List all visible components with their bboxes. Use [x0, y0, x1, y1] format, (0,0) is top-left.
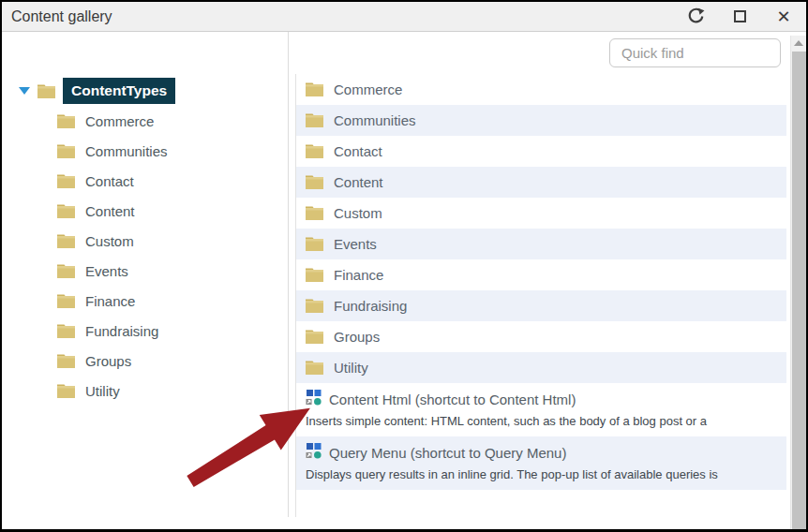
folder-icon: [306, 268, 323, 282]
list-row-label: Content: [334, 174, 383, 190]
folder-icon-slot: [306, 237, 323, 251]
content-gallery-dialog: Content gallery ✕: [0, 0, 808, 532]
component-title: Query Menu (shortcut to Query Menu): [329, 445, 566, 461]
folder-icon-slot: [57, 324, 75, 338]
vertical-scrollbar[interactable]: [790, 36, 806, 529]
folder-icon-slot: [306, 113, 323, 127]
component-shortcut-icon: [306, 390, 322, 406]
folder-icon-slot: [57, 234, 75, 248]
list-row-label: Communities: [334, 112, 416, 128]
refresh-button[interactable]: [686, 7, 705, 26]
quick-find-input[interactable]: [609, 38, 781, 67]
component-icon-slot: [306, 443, 322, 462]
folder-icon: [57, 144, 75, 158]
close-button[interactable]: ✕: [774, 7, 793, 26]
tree-item-label: Content: [85, 203, 135, 219]
tree-item[interactable]: Groups: [57, 346, 288, 376]
list-row-folder[interactable]: Communities: [296, 105, 786, 136]
list-row-label: Finance: [334, 267, 383, 283]
folder-icon-slot: [57, 264, 75, 278]
titlebar-buttons: ✕: [686, 7, 793, 26]
folder-icon: [57, 234, 75, 248]
list-row-label: Groups: [334, 329, 380, 345]
list-row-label: Events: [334, 236, 377, 252]
expand-triangle-icon[interactable]: [19, 87, 30, 95]
component-item-query-menu[interactable]: Query Menu (shortcut to Query Menu) Disp…: [296, 436, 786, 490]
tree-item-label: Contact: [85, 173, 134, 189]
folder-icon-slot: [306, 206, 323, 220]
tree-item-label: Custom: [85, 233, 134, 249]
component-shortcut-icon: [306, 443, 322, 459]
folder-icon-slot: [57, 144, 75, 158]
folder-icon: [57, 324, 75, 338]
folder-icon: [306, 175, 323, 189]
folder-icon: [306, 206, 323, 220]
folder-icon-slot: [57, 204, 75, 218]
component-icon-slot: [306, 390, 322, 408]
list-folder-rows: Commerce Communities Contact Content Cus…: [296, 74, 786, 383]
tree-item[interactable]: Contact: [57, 166, 288, 196]
folder-icon: [306, 82, 323, 96]
folder-icon-slot: [37, 84, 55, 98]
tree-item-label: Communities: [85, 143, 168, 159]
folder-icon: [57, 294, 75, 308]
folder-icon-slot: [306, 82, 323, 96]
folder-icon: [306, 144, 323, 158]
tree-item-label: Events: [85, 263, 128, 279]
scroll-up-icon: [794, 40, 803, 46]
tree-root-item[interactable]: ContentTypes: [19, 76, 288, 106]
folder-icon-slot: [306, 299, 323, 313]
list-panel: Commerce Communities Contact Content Cus…: [295, 74, 786, 517]
folder-icon: [57, 384, 75, 398]
list-row-folder[interactable]: Content: [296, 167, 786, 198]
folder-icon: [306, 330, 323, 344]
component-description: Displays query results in an inline grid…: [306, 467, 777, 481]
component-title-row: Query Menu (shortcut to Query Menu): [306, 443, 777, 462]
tree-item[interactable]: Finance: [57, 286, 288, 316]
scrollbar-thumb[interactable]: [792, 52, 806, 529]
component-title: Content Html (shortcut to Content Html): [329, 392, 576, 407]
tree-item[interactable]: Communities: [57, 136, 288, 166]
tree-item-label: Finance: [85, 293, 135, 309]
tree-item[interactable]: Events: [57, 256, 288, 286]
list-row-label: Fundraising: [334, 298, 407, 314]
maximize-icon: [734, 10, 746, 22]
list-row-folder[interactable]: Utility: [296, 352, 786, 383]
list-row-folder[interactable]: Commerce: [296, 74, 786, 105]
tree-panel: ContentTypes Commerce Communities Contac…: [2, 32, 289, 517]
list-row-folder[interactable]: Events: [296, 229, 786, 259]
folder-icon: [57, 354, 75, 368]
folder-icon: [57, 204, 75, 218]
tree-item[interactable]: Utility: [57, 376, 288, 406]
folder-icon: [57, 174, 75, 188]
folder-icon: [306, 237, 323, 251]
component-description: Inserts simple content: HTML content, su…: [306, 414, 777, 428]
folder-icon-slot: [306, 144, 323, 158]
scroll-up-button[interactable]: [791, 36, 806, 51]
refresh-icon: [687, 7, 705, 25]
titlebar: Content gallery ✕: [2, 2, 806, 32]
list-row-label: Contact: [334, 143, 382, 159]
list-row-folder[interactable]: Finance: [296, 259, 786, 290]
tree-item[interactable]: Commerce: [57, 106, 288, 136]
tree-root-label: ContentTypes: [63, 78, 175, 104]
tree-children: Commerce Communities Contact Content Cus…: [2, 106, 288, 406]
tree-item-label: Groups: [85, 353, 131, 369]
tree-item[interactable]: Custom: [57, 226, 288, 256]
folder-icon-slot: [57, 294, 75, 308]
maximize-button[interactable]: [730, 7, 749, 26]
tree-item[interactable]: Fundraising: [57, 316, 288, 346]
tree-item-label: Commerce: [85, 113, 154, 129]
folder-icon-slot: [57, 384, 75, 398]
tree-item[interactable]: Content: [57, 196, 288, 226]
list-row-folder[interactable]: Groups: [296, 321, 786, 352]
list-row-folder[interactable]: Custom: [296, 198, 786, 229]
component-item-content-html[interactable]: Content Html (shortcut to Content Html) …: [296, 383, 786, 436]
list-row-label: Utility: [334, 360, 368, 376]
folder-icon-slot: [306, 361, 323, 375]
folder-icon: [306, 361, 323, 375]
list-row-folder[interactable]: Contact: [296, 136, 786, 167]
folder-icon-slot: [306, 175, 323, 189]
list-row-folder[interactable]: Fundraising: [296, 290, 786, 321]
dialog-content: ContentTypes Commerce Communities Contac…: [2, 32, 806, 529]
